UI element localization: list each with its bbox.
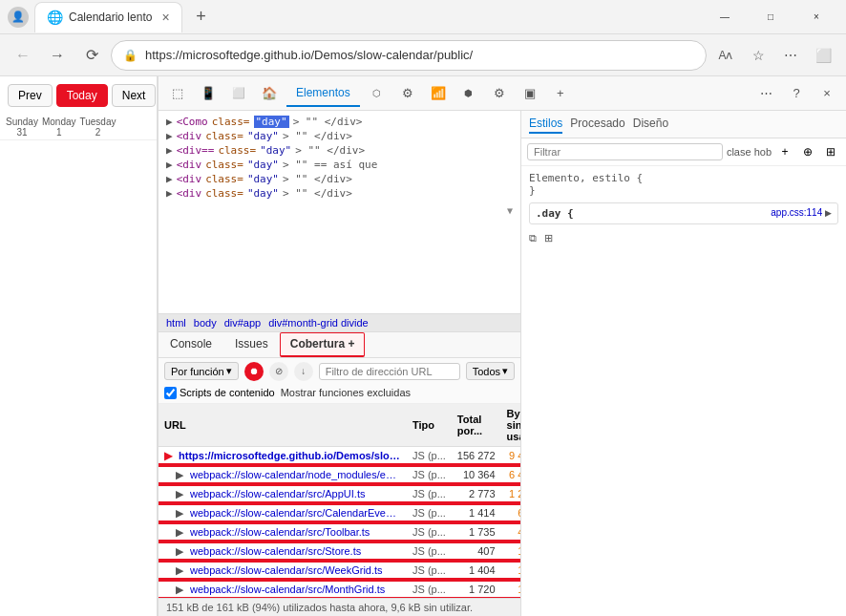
new-tab-button[interactable]: + [188, 4, 215, 31]
unused-cell: 491 [501, 522, 520, 542]
devtools-tab-elements[interactable]: Elementos [286, 80, 360, 107]
browser-window: 👤 🌐 Calendario lento × + — □ × ← → ⟳ 🔒 h… [0, 0, 846, 616]
back-button[interactable]: ← [8, 40, 38, 71]
devtools-settings-icon[interactable]: ⚙ [486, 80, 513, 107]
next-button[interactable]: Next [112, 84, 157, 107]
day-rule-header: .day { app.css:114 ▶ [536, 207, 832, 220]
devtools-performance-icon[interactable]: ⚙ [394, 80, 421, 107]
day-header-tuesday: Tuesday 2 [78, 115, 118, 139]
table-row[interactable]: ▶ webpack://slow-calendar/src/MonthGrid.… [159, 580, 520, 598]
refresh-style-icon[interactable]: ⊞ [821, 142, 840, 161]
profile-icon[interactable]: 👤 [8, 7, 29, 28]
devtools-close-icon[interactable]: × [814, 80, 840, 107]
styles-panel: Estilos Procesado Diseño clase hob + ⊕ ⊞… [521, 111, 846, 616]
subtab-issues[interactable]: Issues [223, 332, 280, 357]
copy-icon[interactable]: ⧉ [529, 232, 537, 244]
styles-toolbar: Estilos Procesado Diseño [521, 111, 846, 138]
unused-cell: 105 [501, 561, 520, 580]
url-cell[interactable]: ▶ webpack://slow-calendar/src/Toolbar.ts [159, 522, 407, 542]
coverage-table[interactable]: URL Tipo Total por... Bytes sin usar vis… [159, 404, 520, 599]
address-bar[interactable]: 🔒 https://microsoftedge.github.io/Demos/… [111, 40, 707, 71]
col-url[interactable]: URL [159, 404, 407, 447]
maximize-button[interactable]: □ [749, 2, 793, 32]
day-source[interactable]: app.css:114 ▶ [771, 207, 832, 218]
function-select[interactable]: Por función ▾ [164, 362, 239, 380]
day-header-monday: Monday 1 [40, 115, 78, 139]
scripts-checkbox[interactable] [164, 387, 177, 399]
forward-button[interactable]: → [42, 40, 73, 71]
minimize-button[interactable]: — [703, 2, 747, 32]
url-cell[interactable]: ▶ webpack://slow-calendar/src/AppUI.ts [159, 484, 407, 503]
sidebar-button[interactable]: ⬜ [808, 40, 838, 71]
day-header-sunday: Sunday 31 [4, 115, 40, 139]
bc-div-app[interactable]: div#app [224, 317, 262, 329]
styles-tab-estilos[interactable]: Estilos [529, 115, 562, 134]
more-button[interactable]: ⋯ [775, 40, 806, 71]
devtools-elements-icon[interactable]: ⬜ [225, 80, 252, 107]
elements-code-area[interactable]: ▶ <Como class="day" > "" </div> ▶ <div c… [159, 111, 520, 314]
reload-button[interactable]: ⟳ [76, 40, 107, 71]
col-total[interactable]: Total por... [452, 404, 501, 447]
table-row[interactable]: ▶ webpack://slow-calendar/node_modules/e… [159, 465, 520, 484]
styles-tab-procesado[interactable]: Procesado [570, 115, 624, 134]
devtools-add-icon[interactable]: + [547, 80, 574, 107]
devtools-inspect-icon[interactable]: ⬚ [164, 80, 191, 107]
url-cell[interactable]: ▶ https://microsoftedge.github.io/Demos/… [159, 446, 407, 465]
table-row[interactable]: ▶ https://microsoftedge.github.io/Demos/… [159, 446, 520, 465]
prev-button[interactable]: Prev [8, 84, 53, 107]
styles-tab-diseno[interactable]: Diseño [633, 115, 668, 134]
clear-button[interactable]: ⊘ [269, 362, 288, 381]
devtools-box-icon[interactable]: ▣ [517, 80, 543, 107]
scripts-checkbox-container[interactable]: Scripts de contenido [164, 387, 275, 399]
function-select-label: Por función [171, 366, 224, 377]
active-tab[interactable]: 🌐 Calendario lento × [34, 2, 182, 32]
url-cell[interactable]: ▶ webpack://slow-calendar/src/WeekGrid.t… [159, 561, 407, 580]
tab-close-button[interactable]: × [161, 10, 169, 25]
bc-html[interactable]: html [166, 317, 186, 329]
all-select-label: Todos [473, 366, 500, 377]
type-cell: JS (p... [407, 465, 452, 484]
favorites-icon[interactable]: ☆ [743, 40, 773, 71]
url-cell[interactable]: ▶ webpack://slow-calendar/src/CalendarEv… [159, 503, 407, 522]
total-cell: 1 720 [452, 580, 501, 598]
devtools-device-icon[interactable]: 📱 [195, 80, 222, 107]
all-select[interactable]: Todos ▾ [466, 362, 515, 380]
element-style-end: } [529, 184, 536, 197]
devtools-help-icon[interactable]: ? [783, 80, 810, 107]
url-filter-input[interactable] [319, 363, 460, 380]
calendar-grid-area [0, 139, 157, 616]
title-bar: 👤 🌐 Calendario lento × + — □ × [0, 0, 846, 34]
subtab-cobertura[interactable]: Cobertura + [280, 332, 366, 357]
bc-body[interactable]: body [194, 317, 217, 329]
url-cell[interactable]: ▶ webpack://slow-calendar/src/MonthGrid.… [159, 580, 407, 598]
devtools-extra-icon[interactable]: ⬢ [455, 80, 482, 107]
table-row[interactable]: ▶ webpack://slow-calendar/src/AppUI.ts J… [159, 484, 520, 503]
copy-style-icon[interactable]: ⊕ [798, 142, 817, 161]
coverage-controls: Por función ▾ ⏺ ⊘ ↓ Todos ▾ [159, 358, 520, 404]
read-aloud-icon[interactable]: Aʌ [710, 40, 741, 71]
col-unused[interactable]: Bytes sin usar [501, 404, 520, 447]
devtools-network-icon[interactable]: ⬡ [364, 80, 391, 107]
total-cell: 1 404 [452, 561, 501, 580]
table-row[interactable]: ▶ webpack://slow-calendar/src/Toolbar.ts… [159, 522, 520, 542]
new-style-rule-icon[interactable]: + [775, 142, 794, 161]
url-cell[interactable]: ▶ webpack://slow-calendar/src/Store.ts [159, 542, 407, 561]
bc-div-month[interactable]: div#month-grid divide [268, 317, 369, 329]
table-row[interactable]: ▶ webpack://slow-calendar/src/Store.ts J… [159, 542, 520, 561]
url-cell[interactable]: ▶ webpack://slow-calendar/node_modules/e… [159, 465, 407, 484]
table-row[interactable]: ▶ webpack://slow-calendar/src/CalendarEv… [159, 503, 520, 522]
close-button[interactable]: × [794, 2, 838, 32]
subtab-console[interactable]: Console [159, 332, 223, 357]
filter-input[interactable] [527, 143, 723, 160]
today-button[interactable]: Today [56, 84, 108, 107]
url-text: https://microsoftedge.github.io/Demos/sl… [145, 48, 694, 62]
devtools-more-icon[interactable]: ⋯ [752, 80, 779, 107]
devtools-wifi-icon[interactable]: 📶 [425, 80, 452, 107]
grid-icon[interactable]: ⊞ [544, 232, 553, 244]
devtools-home-icon[interactable]: 🏠 [256, 80, 283, 107]
record-button[interactable]: ⏺ [244, 362, 264, 381]
devtools-panel: ⬚ 📱 ⬜ 🏠 Elementos ⬡ ⚙ 📶 ⬢ ⚙ ▣ + ⋯ ? × [158, 76, 846, 616]
download-button[interactable]: ↓ [294, 362, 313, 381]
col-type[interactable]: Tipo [407, 404, 452, 447]
table-row[interactable]: ▶ webpack://slow-calendar/src/WeekGrid.t… [159, 561, 520, 580]
